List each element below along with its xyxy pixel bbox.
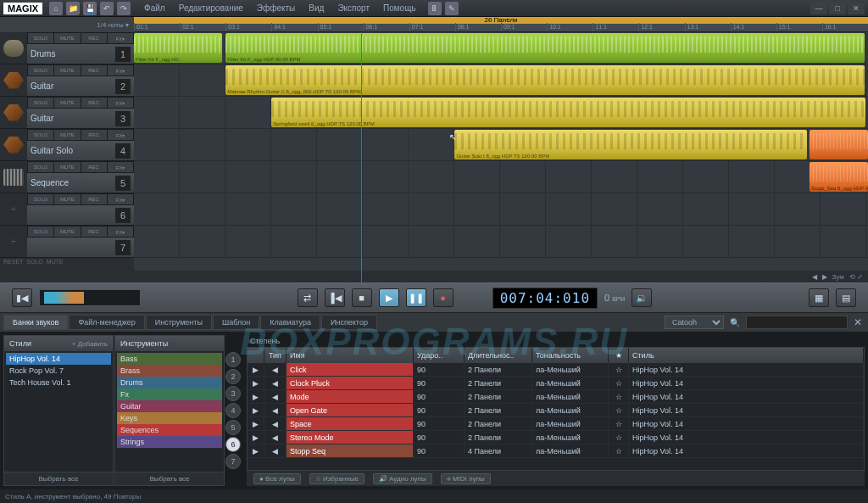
instrument-item[interactable]: Drums — [117, 377, 222, 388]
browser-tab[interactable]: Клавиатура — [260, 315, 320, 330]
track-rec-button[interactable]: REC — [81, 162, 107, 172]
instrument-item[interactable]: Keys — [117, 412, 222, 424]
loop-row[interactable]: ▶◀Stereo Mode902 Панелила-Меньший☆HipHop… — [248, 431, 864, 444]
browser-tab[interactable]: Шаблон — [213, 315, 259, 330]
track-rec-button[interactable]: REC — [81, 65, 107, 75]
instrument-item[interactable]: Fx — [117, 388, 222, 400]
track-mute-button[interactable]: MUTE — [54, 162, 80, 172]
step-button[interactable]: 4 — [225, 403, 241, 418]
play-button[interactable]: ▶ — [379, 288, 399, 307]
metronome-button[interactable]: 🔉 — [632, 288, 652, 307]
filter-all-loops[interactable]: ● Все лупы — [253, 473, 301, 484]
track-mute-button[interactable]: MUTE — [54, 226, 80, 237]
play-icon[interactable]: ▶ — [248, 431, 264, 444]
playhead[interactable] — [361, 32, 362, 282]
filter-audio-loops[interactable]: 🔊 Аудио лупы — [373, 473, 432, 484]
add-style-button[interactable]: + Добавить — [72, 340, 108, 348]
clip-solo[interactable]: Guitar Solo I 8_ogg HDP TS 120.00 BPM — [454, 130, 807, 159]
track-solo-button[interactable]: SOLO — [28, 130, 53, 140]
open-icon[interactable]: 📁 — [66, 2, 80, 15]
search-source-select[interactable]: Catooh — [665, 316, 724, 329]
styles-list[interactable]: HipHop Vol. 14Rock Pop Vol. 7Tech House … — [4, 351, 113, 472]
instruments-list[interactable]: BassBrassDrumsFxGuitarKeysSequencesStrin… — [115, 351, 224, 472]
filter-midi-loops[interactable]: ⎆ MIDI лупы — [441, 473, 491, 484]
bpm-display[interactable]: 0 BPM — [604, 293, 625, 303]
track-fx▾-button[interactable]: FX▾ — [108, 65, 133, 75]
track-mute-button[interactable]: MUTE — [54, 33, 80, 43]
timeline-ruler[interactable]: 26 Панели 01:102:103:104:105:106:107:108… — [134, 17, 868, 32]
track-solo-button[interactable]: SOLO — [28, 226, 53, 237]
col-name[interactable]: Имя — [287, 348, 414, 363]
browser-tab[interactable]: Инструменты — [146, 315, 212, 330]
track-fx▾-button[interactable]: FX▾ — [108, 226, 133, 237]
pause-button[interactable]: ❚❚ — [406, 288, 426, 307]
track-rec-button[interactable]: REC — [81, 98, 107, 108]
loop-row[interactable]: ▶◀Space902 Панелила-Меньший☆HipHop Vol. … — [248, 417, 864, 431]
menu-effects[interactable]: Эффекты — [252, 2, 300, 14]
prev-button[interactable]: ▐◀ — [325, 288, 345, 307]
reset-btn[interactable]: RESET — [3, 259, 23, 269]
loop-fav-icon[interactable]: ☆ — [609, 444, 629, 457]
track-solo-button[interactable]: SOLO — [28, 194, 53, 204]
track-rec-button[interactable]: REC — [81, 130, 107, 140]
loop-row[interactable]: ▶◀Open Gate902 Панелила-Меньший☆HipHop V… — [248, 404, 864, 417]
lane-6[interactable] — [134, 193, 868, 226]
step-button[interactable]: 3 — [225, 386, 241, 401]
track-rec-button[interactable]: REC — [81, 226, 107, 237]
track-mute-button[interactable]: MUTE — [54, 130, 80, 140]
menu-view[interactable]: Вид — [303, 2, 329, 14]
undo-icon[interactable]: ↶ — [100, 2, 114, 15]
instrument-item[interactable]: Brass — [117, 365, 222, 377]
filter-favorites[interactable]: ☆ Избранные — [309, 473, 364, 484]
maximize-button[interactable]: □ — [829, 3, 846, 14]
track-solo-button[interactable]: SOLO — [28, 98, 53, 108]
loop-fav-icon[interactable]: ☆ — [609, 404, 629, 416]
transport-start-icon[interactable]: ▮◀ — [12, 288, 32, 307]
arrangement-overview[interactable] — [39, 289, 141, 306]
lane-3[interactable]: Springfield swell 6_ogg HDP TS 120.00 BP… — [134, 97, 868, 129]
col-star[interactable]: ★ — [609, 348, 629, 363]
track-header[interactable]: SOLOMUTERECFX▾Guitar3 — [0, 97, 134, 129]
mute-master[interactable]: MUTE — [47, 259, 64, 269]
step-button[interactable]: 6 — [225, 437, 241, 452]
step-button[interactable]: 7 — [225, 454, 241, 469]
search-icon[interactable]: 🔍 — [727, 318, 743, 327]
play-icon[interactable]: ▶ — [248, 390, 264, 403]
track-header[interactable]: SOLOMUTERECFX▾Drums1 — [0, 32, 134, 64]
nav-right-icon[interactable]: ▶ — [822, 273, 827, 281]
track-mute-button[interactable]: MUTE — [54, 65, 80, 75]
record-button[interactable]: ● — [433, 288, 453, 307]
track-lanes[interactable]: Filter Kit F_ogg HD... Filter Kit F_ogg … — [134, 32, 868, 282]
instruments-select-all[interactable]: Выбрать все — [115, 472, 224, 485]
col-hit[interactable]: Ударо.. — [414, 348, 465, 363]
track-fx▾-button[interactable]: FX▾ — [108, 130, 133, 140]
track-fx▾-button[interactable]: FX▾ — [108, 194, 133, 204]
play-icon[interactable]: ▶ — [248, 417, 264, 430]
solo-master[interactable]: SOLO — [26, 259, 42, 269]
lane-4[interactable]: Guitar Solo I 8_ogg HDP TS 120.00 BPM — [134, 129, 868, 161]
track-rec-button[interactable]: REC — [81, 33, 107, 43]
close-panel-button[interactable]: ✕ — [851, 316, 865, 329]
loop-fav-icon[interactable]: ☆ — [609, 390, 629, 403]
col-key[interactable]: Тональность — [532, 348, 609, 363]
loop-fav-icon[interactable]: ☆ — [609, 431, 629, 444]
loop-row[interactable]: ▶◀Mode902 Панелила-Меньший☆HipHop Vol. 1… — [248, 390, 864, 404]
step-button[interactable]: 5 — [225, 420, 241, 435]
style-item[interactable]: Tech House Vol. 1 — [6, 377, 111, 388]
save-icon[interactable]: 💾 — [83, 2, 97, 15]
menu-file[interactable]: Файл — [139, 2, 170, 14]
clip-solo-end[interactable] — [810, 130, 868, 159]
loop-fav-icon[interactable]: ☆ — [609, 417, 629, 430]
keyboard-toggle-icon[interactable]: ▤ — [836, 288, 856, 307]
tool-icon[interactable]: ✎ — [445, 2, 459, 15]
track-mute-button[interactable]: MUTE — [54, 98, 80, 108]
instrument-item[interactable]: Strings — [117, 436, 222, 448]
loop-button[interactable]: ⇄ — [298, 288, 318, 307]
nav-left-icon[interactable]: ◀ — [812, 273, 817, 281]
track-header[interactable]: SOLOMUTERECFX▾Guitar2 — [0, 64, 134, 97]
minimize-button[interactable]: — — [810, 3, 827, 14]
track-solo-button[interactable]: SOLO — [28, 33, 53, 43]
clip-guitar-1[interactable]: Maknae Rhythm Guitar C 8_ogg_002.HDP TS … — [225, 65, 864, 95]
track-header[interactable]: SOLOMUTERECFX▾Guitar Solo4 — [0, 129, 134, 161]
col-type[interactable]: Тип — [264, 348, 287, 363]
